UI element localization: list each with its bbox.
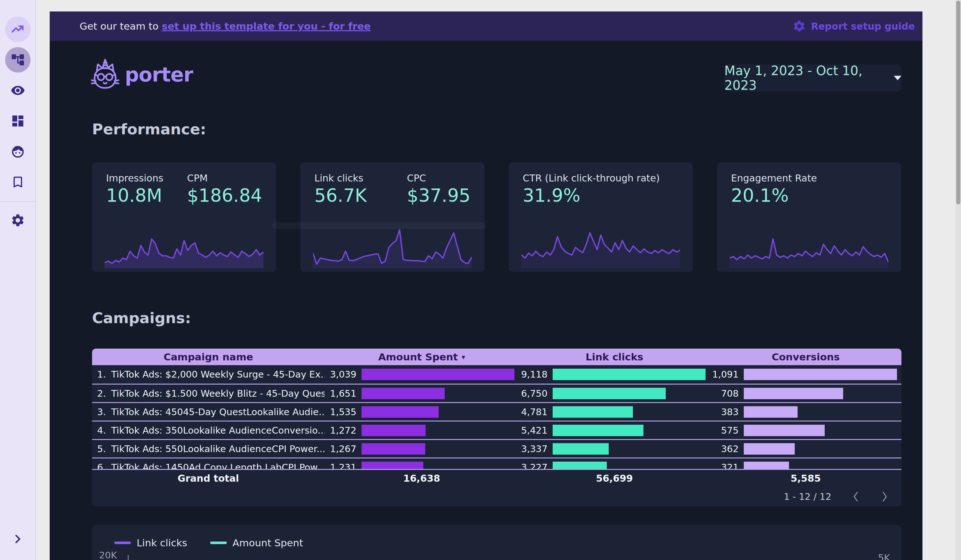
conversions-bar-cell [742, 388, 902, 399]
sidebar-item-view[interactable] [5, 78, 31, 103]
amount-spent-value: 3,039 [325, 369, 360, 380]
campaigns-table-header: Campaign name Amount Spent ▾ Link clicks… [92, 348, 902, 365]
kpi-label: Impressions [106, 173, 163, 184]
bookmark-icon [11, 175, 25, 189]
grand-total-amount: 16,638 [325, 473, 519, 484]
row-number: 6. [92, 462, 111, 469]
conversions-bar-cell [742, 443, 902, 455]
scrollbar-thumb[interactable] [956, 1, 960, 204]
sidebar-expand-button[interactable] [11, 532, 25, 547]
sidebar-item-bookmark[interactable] [5, 169, 31, 195]
link-clicks-value: 3,337 [519, 443, 551, 454]
pagination: 1 - 12 / 12 [92, 487, 902, 507]
column-header-link-clicks[interactable]: Link clicks [519, 348, 710, 365]
date-range-select[interactable]: May 1, 2023 - Oct 10, 2023 [724, 64, 902, 92]
y-axis-tick-right: 5K [878, 552, 890, 560]
banner-text: Get our team toset up this template for … [80, 20, 371, 32]
link-clicks-bar-cell [551, 443, 710, 455]
campaign-name: TikTok Ads: 350Lookalike AudienceConvers… [111, 425, 325, 436]
legend-swatch [114, 542, 131, 544]
hover-highlight-strip [272, 222, 486, 229]
pagination-range: 1 - 12 / 12 [784, 491, 831, 502]
grand-total-conversions: 5,585 [710, 473, 902, 484]
kpi-cards-row: Impressions 10.8M CPM $186.84 Link click… [92, 162, 901, 272]
sidebar-item-hierarchy[interactable] [5, 47, 31, 72]
campaigns-table: Campaign name Amount Spent ▾ Link clicks… [92, 348, 902, 507]
kpi-value: $186.84 [187, 185, 262, 206]
dashboard-icon [11, 114, 25, 128]
porter-cat-icon [90, 59, 120, 90]
amount-spent-value: 1,231 [325, 462, 360, 469]
sidebar-item-audience[interactable] [5, 139, 31, 164]
kpi-metric: CPC $37.95 [407, 173, 471, 206]
promo-banner: Get our team toset up this template for … [50, 11, 922, 41]
link-clicks-value: 9,118 [519, 369, 551, 380]
amount-spent-value: 1,535 [325, 406, 360, 417]
report-canvas: Get our team toset up this template for … [50, 11, 922, 560]
table-row: 4. TikTok Ads: 350Lookalike AudienceConv… [92, 420, 902, 439]
legend-item-link-clicks[interactable]: Link clicks [114, 537, 187, 549]
kpi-label: CPC [407, 173, 471, 184]
amount-spent-value: 1,267 [325, 443, 360, 454]
kpi-card-link-clicks: Link clicks 56.7K CPC $37.95 [301, 162, 484, 272]
kpi-value: 56.7K [314, 185, 366, 206]
sparkline-impressions [105, 226, 264, 268]
conversions-bar-cell [742, 406, 902, 418]
link-clicks-bar-cell [551, 369, 710, 380]
kpi-value: $37.95 [407, 185, 471, 206]
kpi-value: 20.1% [731, 185, 817, 206]
grand-total-row: Grand total 16,638 56,699 5,585 [92, 469, 902, 487]
link-clicks-value: 3,227 [519, 462, 551, 469]
campaign-name: TikTok Ads: 1450Ad Copy Length LabCPI Po… [111, 462, 325, 469]
amount-spent-bar-cell [360, 425, 519, 436]
grand-total-label: Grand total [92, 473, 325, 484]
y-axis-tick-left: 20K [99, 550, 117, 560]
gear-icon [11, 213, 25, 228]
conversions-value: 321 [710, 462, 742, 469]
link-clicks-bar [553, 388, 666, 399]
performance-title: Performance: [92, 120, 206, 138]
link-clicks-value: 6,750 [519, 388, 551, 399]
trending-chart-icon [11, 22, 25, 37]
link-clicks-bar-cell [551, 388, 710, 399]
kpi-value: 10.8M [106, 185, 163, 206]
column-header-conversions[interactable]: Conversions [710, 348, 902, 365]
amount-spent-bar-cell [360, 406, 519, 418]
campaign-name: TikTok Ads: 550Lookalike AudienceCPI Pow… [111, 443, 325, 454]
pagination-next-button[interactable] [881, 491, 889, 503]
link-clicks-bar-cell [551, 406, 710, 418]
report-setup-guide-button[interactable]: Report setup guide [792, 19, 916, 33]
link-clicks-bar [553, 462, 607, 469]
amount-spent-bar [362, 443, 425, 455]
table-row: 1. TikTok Ads: $2,000 Weekly Surge - 45-… [92, 365, 902, 383]
column-header-campaign-name[interactable]: Campaign name [92, 348, 325, 365]
kpi-metric: CTR (Link click-through rate) 31.9% [523, 173, 660, 206]
app-sidebar [0, 0, 36, 560]
sidebar-item-settings[interactable] [5, 208, 31, 233]
kpi-label: CTR (Link click-through rate) [523, 173, 660, 184]
date-range-value: May 1, 2023 - Oct 10, 2023 [724, 63, 883, 93]
sidebar-item-dashboard[interactable] [5, 108, 31, 134]
kpi-label: CPM [187, 173, 262, 184]
axis-tick-mark [128, 555, 129, 560]
conversions-value: 1,091 [710, 369, 742, 380]
conversions-value: 708 [710, 388, 742, 399]
sidebar-item-trending[interactable] [5, 16, 31, 42]
link-clicks-bar [553, 425, 643, 436]
row-number: 3. [92, 406, 111, 417]
report-setup-guide-label: Report setup guide [811, 21, 915, 32]
link-clicks-value: 5,421 [519, 425, 551, 436]
amount-spent-bar-cell [360, 388, 519, 399]
row-number: 2. [92, 388, 111, 399]
kpi-label: Engagement Rate [731, 173, 817, 184]
link-clicks-bar-cell [551, 462, 710, 469]
pagination-prev-button[interactable] [852, 491, 860, 503]
legend-item-amount-spent[interactable]: Amount Spent [210, 537, 303, 549]
setup-template-link[interactable]: set up this template for you - for free [162, 20, 371, 32]
campaigns-title: Campaigns: [92, 309, 191, 327]
conversions-bar [744, 462, 789, 469]
amount-spent-bar-cell [360, 443, 519, 455]
report-main: porter May 1, 2023 - Oct 10, 2023 Perfor… [50, 41, 922, 560]
kpi-label: Link clicks [314, 173, 366, 184]
column-header-amount-spent[interactable]: Amount Spent ▾ [325, 348, 519, 365]
